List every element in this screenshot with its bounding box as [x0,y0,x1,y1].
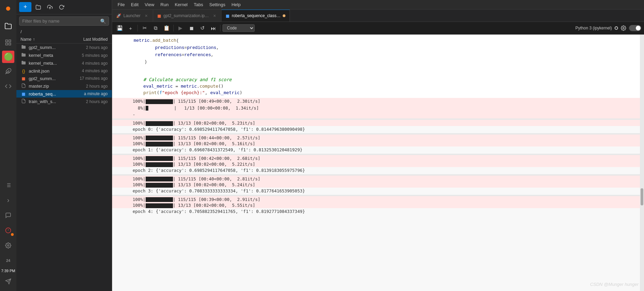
file-icon-6: ◼ [21,91,27,97]
fast-forward-button[interactable]: ⏭ [209,23,218,33]
output-row: 100%|| 115/115 [00:39<00:00, 2.91it/s] [112,196,644,202]
file-item-1[interactable]: kernel_meta5 minutes ago [16,51,112,59]
epoch-output-1: epoch 1: {'accuracy': 0.696078431372549,… [112,147,644,154]
settings-gear-icon[interactable] [1,239,15,252]
output-row: 100%|| 115/115 [00:40<00:00, 2.81it/s] [112,176,644,182]
gpt2-close-button[interactable]: × [212,13,217,19]
stop-button[interactable]: ⏹ [187,23,196,33]
output-row: 100%|| 13/13 [00:02<00:00, 5.16it/s] [112,140,644,147]
roberta-tab-icon: ◼ [226,13,230,18]
tab-gpt2[interactable]: ◼gpt2_summarization.ipynb× [153,10,222,22]
extension-icon[interactable] [1,64,15,78]
toolbar-separator-3 [220,25,220,31]
file-icon-7 [21,99,27,104]
folder-nav-icon[interactable] [1,19,15,33]
file-item-0[interactable]: gpt2_summ...2 hours ago [16,43,112,51]
file-modified-3: 4 minutes ago [70,68,108,73]
notification-icon[interactable] [1,224,15,237]
new-file-button[interactable]: + [19,2,31,12]
notebook-content[interactable]: metric.add_batch( predictions=prediction… [112,35,644,291]
output-row: 8%| | 1/13 [00:00<00:08, 1.34it/s] [112,105,644,112]
file-icon-4: ◼ [21,76,27,81]
chevron-right-icon[interactable]: › [1,193,15,207]
vscode-icon[interactable] [1,79,15,93]
paper-plane-icon[interactable] [1,275,15,288]
output-row: 100%|| 115/115 [00:49<00:00, 2.30it/s] [112,98,644,105]
activity-bar: ● 🟢 › 24 7:39 PM [0,0,16,291]
menu-item-settings[interactable]: Settings [206,1,228,8]
code-cell[interactable]: metric.add_batch( predictions=prediction… [112,35,644,68]
file-item-6[interactable]: ◼roberta_seq...a minute ago [16,90,112,98]
menu-item-kernel[interactable]: Kernel [172,1,190,8]
new-folder-button[interactable] [33,2,43,12]
roberta-tab-label: roberta_sequence_classificati [232,13,281,18]
file-icon-5 [21,83,27,89]
cut-button[interactable]: ✂ [140,23,149,33]
menu-item-run[interactable]: Run [158,1,171,8]
add-cell-button[interactable]: + [126,23,135,33]
launcher-tab-label: Launcher [123,13,142,18]
file-name-5: master.zip [29,84,70,89]
file-modified-4: 17 minutes ago [70,76,108,81]
kernel-toggle[interactable] [629,25,641,31]
file-explorer: + 🔍 / Name ↑ Last Modified gpt2_summ...2… [16,0,112,291]
file-item-7[interactable]: train_with_s...2 hours ago [16,98,112,105]
run-button[interactable]: ▶ [176,23,185,33]
file-modified-7: 2 hours ago [70,99,108,104]
time-display: 7:39 PM [1,269,15,273]
list-icon[interactable] [1,178,15,192]
svg-rect-0 [6,40,8,42]
square-icon[interactable] [1,36,15,49]
gpt2-tab-icon: ◼ [157,13,161,18]
menu-item-file[interactable]: File [115,1,128,8]
launcher-close-button[interactable]: × [144,13,149,19]
file-search-bar: 🔍 [19,16,109,26]
menu-item-help[interactable]: Help [229,1,243,8]
copy-button[interactable]: ⧉ [151,23,160,33]
svg-rect-3 [6,43,8,45]
paste-button[interactable]: 📋 [162,23,171,33]
badge-24: 24 [1,254,15,267]
scrollbar-thumb[interactable] [641,188,643,205]
file-list: gpt2_summ...2 hours agokernel_meta5 minu… [16,43,112,291]
menu-item-edit[interactable]: Edit [128,1,141,8]
main-area: FileEditViewRunKernelTabsSettingsHelp 🚀L… [112,0,644,291]
menu-item-view[interactable]: View [142,1,157,8]
refresh-button[interactable] [57,2,66,12]
output-row: 100%|| 13/13 [00:02<00:00, 5.55it/s] [112,202,644,208]
tab-bar: 🚀Launcher×◼gpt2_summarization.ipynb×◼rob… [112,10,644,22]
output-row: 100%|| 115/115 [00:42<00:00, 2.68it/s] [112,155,644,161]
chat-icon[interactable] [1,208,15,222]
output-row: - [112,111,644,118]
activity-bar-bottom: › 24 7:39 PM [1,178,15,291]
restart-button[interactable]: ↺ [198,23,207,33]
settings-icon[interactable] [621,25,626,31]
file-item-3[interactable]: {}aclinit.json4 minutes ago [16,67,112,75]
file-name-3: aclinit.json [29,68,70,74]
search-input[interactable] [19,17,97,25]
kernel-circle-icon [615,26,618,30]
print-line: print(f"epoch {epoch}:", eval_metric) [112,89,644,98]
cell-type-select[interactable]: Code Markdown Raw [223,24,255,32]
file-item-2[interactable]: kernel_meta...4 minutes ago [16,59,112,67]
modified-column-header[interactable]: Last Modified [67,37,108,42]
scrollbar-track[interactable] [640,35,644,291]
notebook-toolbar: 💾 + ✂ ⧉ 📋 ▶ ⏹ ↺ ⏭ Code Markdown Raw Pyth… [112,22,644,35]
svg-rect-1 [9,40,11,42]
menu-item-tabs[interactable]: Tabs [191,1,206,8]
save-button[interactable]: 💾 [115,23,124,33]
code-line [112,68,644,76]
file-item-4[interactable]: ◼gpt2_summ...17 minutes ago [16,75,112,82]
file-name-7: train_with_s... [29,99,70,104]
file-name-4: gpt2_summ... [29,76,70,81]
upload-button[interactable] [45,2,55,12]
launcher-tab-icon: 🚀 [116,13,121,18]
tab-launcher[interactable]: 🚀Launcher× [112,10,153,22]
file-item-5[interactable]: master.zip2 hours ago [16,82,112,90]
file-name-0: gpt2_summ... [29,45,70,50]
chrome-icon[interactable]: 🟢 [2,51,14,63]
epoch-output-0: epoch 0: {'accuracy': 0.6985294117647058… [112,126,644,133]
name-column-header[interactable]: Name ↑ [21,37,64,42]
kernel-label: Python 3 (ipykernel) [575,26,612,30]
tab-roberta[interactable]: ◼roberta_sequence_classificati [222,10,290,22]
